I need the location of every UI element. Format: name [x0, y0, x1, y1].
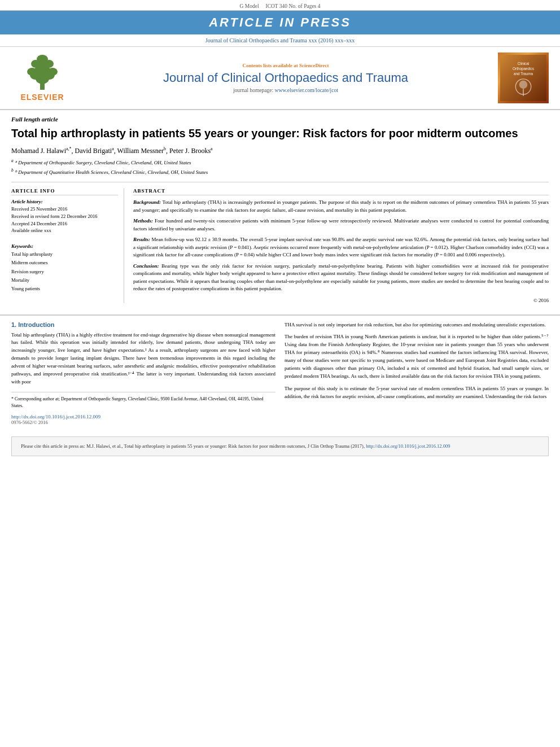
- header-center: Contents lists available at ScienceDirec…: [73, 63, 498, 93]
- body-right-col: THA survival is not only important for r…: [285, 321, 549, 426]
- section-title: Introduction: [18, 321, 54, 328]
- methods-text: Four hundred and twenty-six consecutive …: [133, 218, 549, 231]
- conclusion-label: Conclusion:: [133, 263, 159, 269]
- keywords-label: Keywords:: [11, 243, 118, 249]
- conclusion-text: Bearing type was the only risk factor fo…: [133, 263, 549, 292]
- svg-point-17: [519, 81, 528, 89]
- abstract-background: Background: Total hip arthroplasty (THA)…: [133, 199, 549, 214]
- svg-text:Orthopaedics: Orthopaedics: [513, 67, 534, 71]
- intro-heading: 1. Introduction: [11, 321, 275, 328]
- article-info-col: ARTICLE INFO Article history: Received 2…: [11, 188, 124, 303]
- right-para-3: The purpose of this study is to estimate…: [285, 385, 549, 401]
- abstract-methods: Methods: Four hundred and twenty-six con…: [133, 217, 549, 233]
- article-title: Total hip arthroplasty in patients 55 ye…: [11, 126, 549, 141]
- body-left-col: 1. Introduction Total hip arthroplasty (…: [11, 321, 275, 426]
- intro-paragraph-1: Total hip arthroplasty (THA) is a highly…: [11, 331, 275, 387]
- header-section: ELSEVIER Contents lists available at Sci…: [0, 46, 560, 110]
- methods-label: Methods:: [133, 218, 153, 224]
- copyright: © 2016: [133, 298, 549, 303]
- right-para-1: THA survival is not only important for r…: [285, 321, 549, 329]
- svg-point-5: [27, 68, 37, 76]
- background-label: Background:: [133, 199, 161, 205]
- results-text: Mean follow-up was 92.12 ± 30.9 months. …: [133, 237, 549, 257]
- article-body: 1. Introduction Total hip arthroplasty (…: [0, 314, 560, 431]
- citation-box: Please cite this article in press as: M.…: [11, 436, 549, 456]
- journal-title: Journal of Clinical Orthopaedics and Tra…: [73, 71, 498, 85]
- authors: Mohamad J. Halawia,*, David Brigatia, Wi…: [11, 146, 549, 155]
- affiliation-b: b ᵇ Department of Quantitative Health Sc…: [11, 167, 549, 177]
- svg-point-10: [37, 55, 48, 64]
- affiliations: a ᵃ Department of Orthopaedic Surgery, C…: [11, 158, 549, 176]
- abstract-title: ABSTRACT: [133, 188, 549, 195]
- accepted-date: Accepted 24 December 2016: [11, 220, 118, 228]
- article-content: Full length article Total hip arthroplas…: [0, 110, 560, 309]
- received-date: Received 25 November 2016: [11, 206, 118, 213]
- citation-doi-link[interactable]: http://dx.doi.org/10.1016/j.jcot.2016.12…: [366, 443, 450, 449]
- background-text: Total hip arthroplasty (THA) is increasi…: [133, 199, 549, 213]
- svg-text:Clinical: Clinical: [518, 62, 530, 65]
- sciencedirect-name[interactable]: ScienceDirect: [299, 63, 329, 68]
- keyword-2: Midterm outcomes: [11, 259, 118, 267]
- article-info-title: ARTICLE INFO: [11, 188, 118, 195]
- keyword-4: Mortality: [11, 276, 118, 285]
- abstract-conclusion: Conclusion: Bearing type was the only ri…: [133, 263, 549, 293]
- sciencedirect-label: Contents lists available at ScienceDirec…: [73, 63, 498, 68]
- footnote-text: * Corresponding author at; Department of…: [11, 396, 275, 409]
- journal-volume-link[interactable]: Journal of Clinical Orthopaedics and Tra…: [205, 37, 355, 43]
- footnote-section: * Corresponding author at; Department of…: [11, 392, 275, 409]
- cover-illustration: Clinical Orthopaedics and Trauma: [500, 53, 546, 103]
- results-label: Results:: [133, 237, 150, 242]
- model-text: G Model: [240, 3, 259, 9]
- elsevier-brand-text: ELSEVIER: [20, 93, 64, 102]
- keyword-1: Total hip arthroplasty: [11, 250, 118, 259]
- article-in-press-label: ARTICLE IN PRESS: [209, 15, 351, 29]
- journal-link-bar: Journal of Clinical Orthopaedics and Tra…: [0, 34, 560, 46]
- doi-link[interactable]: http://dx.doi.org/10.1016/j.jcot.2016.12…: [11, 414, 100, 420]
- keywords-list: Total hip arthroplasty Midterm outcomes …: [11, 250, 118, 293]
- received-revised-date: Received in revised form 22 December 201…: [11, 213, 118, 220]
- doi-line: http://dx.doi.org/10.1016/j.jcot.2016.12…: [11, 414, 275, 420]
- svg-point-6: [47, 68, 58, 76]
- abstract-col: ABSTRACT Background: Total hip arthropla…: [133, 188, 549, 303]
- available-date: Available online xxx: [11, 227, 118, 234]
- affiliation-a: a ᵃ Department of Orthopaedic Surgery, C…: [11, 158, 549, 167]
- history-label: Article history:: [11, 199, 118, 204]
- article-type: Full length article: [11, 116, 549, 123]
- elsevier-logo: ELSEVIER: [11, 55, 73, 102]
- journal-code: ICOT 340 No. of Pages 4: [265, 3, 320, 9]
- article-in-press-bar: ARTICLE IN PRESS: [0, 11, 560, 34]
- abstract-results: Results: Mean follow-up was 92.12 ± 30.9…: [133, 236, 549, 259]
- elsevier-tree-icon: [20, 55, 65, 91]
- issn-line: 0976-5662/© 2016: [11, 420, 275, 425]
- svg-text:and Trauma: and Trauma: [514, 72, 533, 76]
- keyword-5: Young patients: [11, 285, 118, 293]
- journal-homepage: journal homepage: www.elsevier.com/locat…: [73, 88, 498, 93]
- journal-url[interactable]: www.elsevier.com/locate/jcot: [275, 88, 338, 93]
- journal-cover-image: Clinical Orthopaedics and Trauma: [498, 53, 549, 103]
- keyword-3: Revision surgery: [11, 268, 118, 276]
- top-banner: G Model ICOT 340 No. of Pages 4: [0, 0, 560, 11]
- article-info-abstract: ARTICLE INFO Article history: Received 2…: [11, 182, 549, 303]
- section-number: 1.: [11, 321, 16, 328]
- citation-prefix: Please cite this article in press as: M.…: [21, 443, 365, 449]
- right-para-2: The burden of revision THA in young Nort…: [285, 333, 549, 381]
